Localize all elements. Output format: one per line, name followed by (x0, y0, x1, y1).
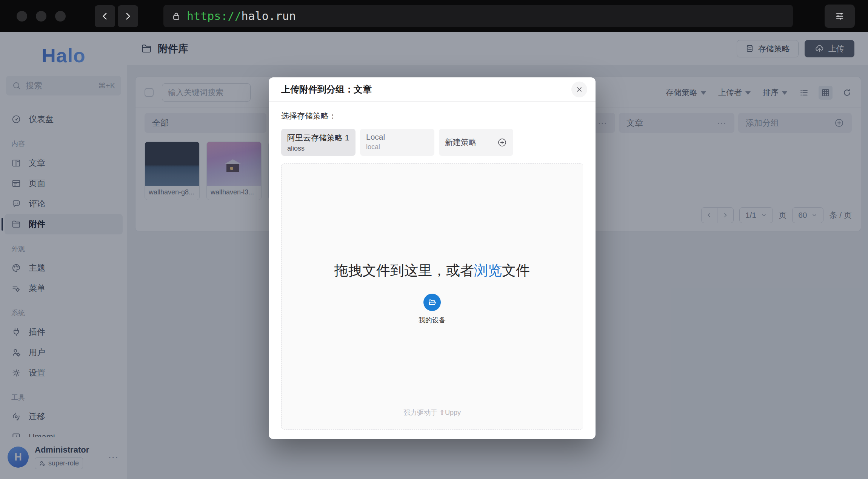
new-policy-button[interactable]: 新建策略 (439, 129, 513, 156)
new-policy-label: 新建策略 (445, 137, 477, 148)
powered-by-label: 强力驱动于 (403, 409, 437, 416)
url-scheme: https:// (187, 9, 242, 23)
modal-title: 上传附件到分组：文章 (281, 83, 372, 95)
storage-select-label: 选择存储策略： (281, 111, 583, 121)
folder-open-icon (428, 298, 437, 307)
drop-text-pre: 拖拽文件到这里，或者 (334, 263, 474, 278)
uppy-footer: 强力驱动于 ⇧Uppy (282, 408, 583, 417)
policy-slug: alioss (287, 145, 349, 152)
policy-option-alioss[interactable]: 阿里云存储策略 1 alioss (281, 129, 356, 156)
policy-options: 阿里云存储策略 1 alioss Local local 新建策略 (281, 129, 583, 156)
chevron-left-icon (100, 11, 110, 21)
screen: https://halo.run Halo ⌘+K 仪表盘 (0, 0, 868, 479)
window-minimize-icon[interactable] (36, 11, 46, 22)
my-device-button[interactable] (423, 294, 441, 311)
uppy-logo-icon: ⇧ (439, 408, 445, 416)
modal-body: 选择存储策略： 阿里云存储策略 1 alioss Local local 新建策… (269, 102, 596, 439)
drop-instructions: 拖拽文件到这里，或者浏览文件 (334, 261, 530, 280)
chevron-right-icon (123, 11, 133, 21)
upload-dropzone[interactable]: 拖拽文件到这里，或者浏览文件 我的设备 强力驱动于 ⇧Uppy (281, 163, 583, 430)
sliders-icon (834, 10, 846, 22)
modal-close-button[interactable] (571, 82, 587, 97)
browser-settings-button[interactable] (825, 5, 855, 28)
browser-back-button[interactable] (95, 5, 115, 27)
modal-header: 上传附件到分组：文章 (269, 77, 596, 102)
upload-modal: 上传附件到分组：文章 选择存储策略： 阿里云存储策略 1 alioss Loca… (269, 77, 596, 439)
browser-chrome: https://halo.run (0, 0, 868, 32)
url-text: https://halo.run (187, 9, 296, 23)
close-icon (576, 86, 583, 93)
address-bar[interactable]: https://halo.run (163, 5, 793, 27)
drop-text-post: 文件 (502, 263, 530, 278)
url-host: halo.run (242, 9, 296, 23)
window-close-icon[interactable] (17, 11, 27, 22)
browser-forward-button[interactable] (118, 5, 138, 27)
policy-name: 阿里云存储策略 1 (287, 132, 349, 143)
policy-option-local[interactable]: Local local (360, 129, 434, 156)
my-device-label: 我的设备 (419, 316, 446, 325)
browse-files-link[interactable]: 浏览 (474, 263, 502, 278)
traffic-lights (17, 11, 66, 22)
circle-plus-icon (497, 137, 507, 148)
policy-name: Local (366, 132, 428, 142)
policy-slug: local (366, 143, 428, 151)
lock-icon (171, 11, 182, 22)
window-maximize-icon[interactable] (55, 11, 66, 22)
uppy-brand-label: Uppy (445, 409, 461, 416)
